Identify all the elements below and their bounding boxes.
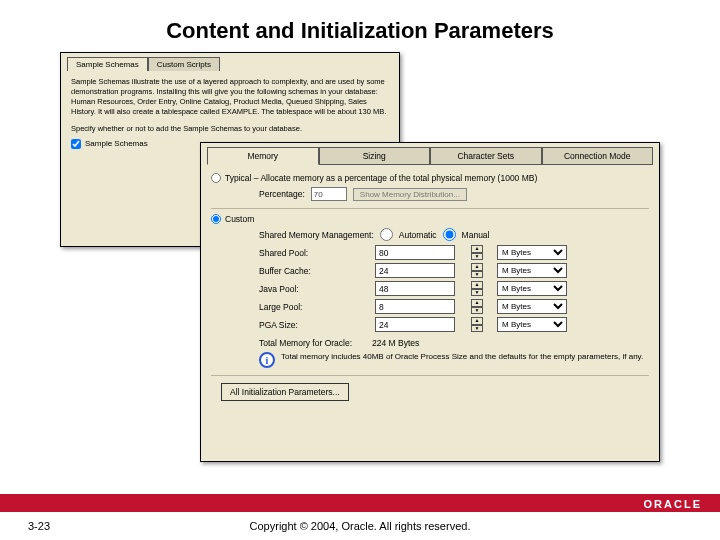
java-pool-field[interactable]	[375, 281, 455, 296]
all-init-params-button[interactable]: All Initialization Parameters...	[221, 383, 349, 401]
percent-field	[311, 187, 347, 201]
schema-spec: Specify whether or not to add the Sample…	[61, 122, 399, 135]
java-pool-unit[interactable]: M Bytes	[497, 281, 567, 296]
manual-label: Manual	[462, 230, 490, 240]
pga-spinner[interactable]: ▲▼	[471, 317, 483, 332]
large-pool-field[interactable]	[375, 299, 455, 314]
front-tabs: Memory Sizing Character Sets Connection …	[201, 143, 659, 165]
total-label: Total Memory for Oracle:	[259, 338, 352, 348]
large-pool-label: Large Pool:	[259, 302, 369, 312]
tab-sizing[interactable]: Sizing	[319, 147, 431, 165]
red-bar	[0, 494, 720, 512]
typical-label: Typical – Allocate memory as a percentag…	[225, 173, 537, 183]
info-icon: i	[259, 352, 275, 368]
init-params-window: Memory Sizing Character Sets Connection …	[200, 142, 660, 462]
slide-title: Content and Initialization Parameters	[0, 0, 720, 52]
show-memory-button: Show Memory Distribution...	[353, 188, 467, 201]
large-pool-spinner[interactable]: ▲▼	[471, 299, 483, 314]
shared-pool-field[interactable]	[375, 245, 455, 260]
pga-field[interactable]	[375, 317, 455, 332]
custom-label: Custom	[225, 214, 254, 224]
back-tabs: Sample Schemas Custom Scripts	[61, 53, 399, 71]
shared-pool-spinner[interactable]: ▲▼	[471, 245, 483, 260]
buffer-cache-field[interactable]	[375, 263, 455, 278]
schema-description: Sample Schemas illustrate the use of a l…	[61, 71, 399, 122]
percent-label: Percentage:	[259, 189, 305, 199]
sample-schemas-label: Sample Schemas	[85, 139, 148, 148]
typical-radio[interactable]	[211, 173, 221, 183]
footer: ORACLE 3-23 Copyright © 2004, Oracle. Al…	[0, 500, 720, 540]
tab-charsets[interactable]: Character Sets	[430, 147, 542, 165]
java-pool-spinner[interactable]: ▲▼	[471, 281, 483, 296]
tab-memory[interactable]: Memory	[207, 147, 319, 165]
oracle-logo: ORACLE	[644, 498, 702, 510]
screenshot-area: Sample Schemas Custom Scripts Sample Sch…	[60, 52, 660, 462]
shared-pool-unit[interactable]: M Bytes	[497, 245, 567, 260]
tab-custom-scripts[interactable]: Custom Scripts	[148, 57, 220, 71]
auto-radio[interactable]	[380, 228, 393, 241]
sample-schemas-checkbox[interactable]	[71, 139, 81, 149]
java-pool-label: Java Pool:	[259, 284, 369, 294]
tab-sample-schemas[interactable]: Sample Schemas	[67, 57, 148, 71]
copyright: Copyright © 2004, Oracle. All rights res…	[0, 520, 720, 532]
buffer-cache-spinner[interactable]: ▲▼	[471, 263, 483, 278]
auto-label: Automatic	[399, 230, 437, 240]
buffer-cache-unit[interactable]: M Bytes	[497, 263, 567, 278]
info-text: Total memory includes 40MB of Oracle Pro…	[281, 352, 643, 361]
smm-label: Shared Memory Management:	[259, 230, 374, 240]
pga-label: PGA Size:	[259, 320, 369, 330]
manual-radio[interactable]	[443, 228, 456, 241]
custom-radio[interactable]	[211, 214, 221, 224]
shared-pool-label: Shared Pool:	[259, 248, 369, 258]
total-value: 224 M Bytes	[372, 338, 419, 348]
memory-grid: Shared Pool: ▲▼ M Bytes Buffer Cache: ▲▼…	[211, 243, 649, 334]
tab-connmode[interactable]: Connection Mode	[542, 147, 654, 165]
pga-unit[interactable]: M Bytes	[497, 317, 567, 332]
buffer-cache-label: Buffer Cache:	[259, 266, 369, 276]
large-pool-unit[interactable]: M Bytes	[497, 299, 567, 314]
